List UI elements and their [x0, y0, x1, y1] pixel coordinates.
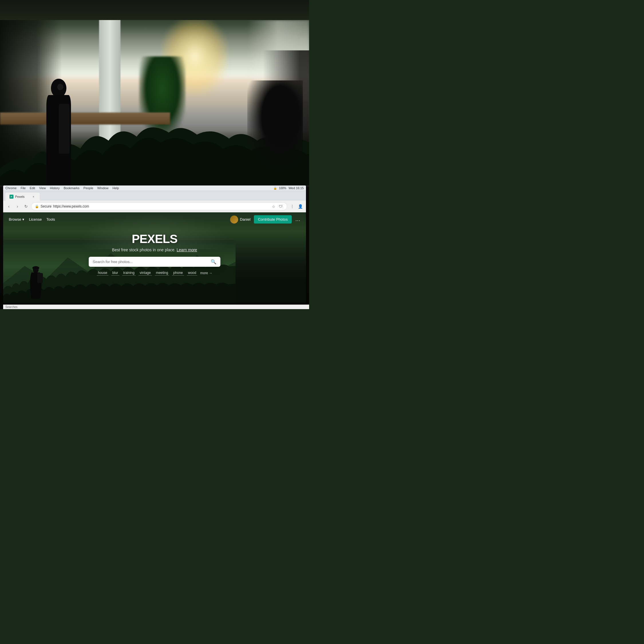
subtitle-text: Best free stock photos in one place. — [112, 248, 175, 252]
tab-favicon: P — [9, 195, 13, 199]
browser-tab-pexels[interactable]: P Pexels × — [5, 193, 40, 201]
tag-meeting[interactable]: meeting — [155, 270, 169, 276]
hero-subtitle: Best free stock photos in one place. Lea… — [112, 248, 197, 252]
search-input-row: 🔍 — [89, 257, 220, 267]
learn-more-link[interactable]: Learn more — [177, 248, 197, 252]
forward-button[interactable]: › — [14, 203, 21, 210]
tab-bar: P Pexels × — [3, 191, 306, 201]
browse-label: Browse — [9, 217, 21, 222]
license-button[interactable]: License — [29, 217, 42, 222]
contribute-photos-button[interactable]: Contribute Photos — [254, 215, 292, 224]
secure-lock-icon: 🔒 — [35, 205, 39, 208]
profile-icon[interactable]: 👤 — [297, 203, 304, 210]
more-options-button[interactable]: … — [295, 216, 300, 222]
address-bar-row: ‹ › ↻ 🔒 Secure https://www.pexels.com ☆ … — [3, 201, 306, 212]
user-name-label: Daniel — [240, 217, 250, 222]
browse-chevron-icon: ▾ — [22, 217, 24, 222]
bottom-bar: Searches — [3, 305, 309, 309]
user-avatar — [230, 216, 238, 224]
search-container: 🔍 — [89, 257, 220, 267]
browse-button[interactable]: Browse ▾ — [9, 217, 24, 222]
tag-phone[interactable]: phone — [172, 270, 184, 276]
menu-file[interactable]: File — [21, 186, 26, 190]
extensions-icon[interactable]: ⋮ — [289, 203, 296, 210]
battery-icon: 100% — [279, 187, 287, 190]
tag-training[interactable]: training — [122, 270, 136, 276]
status-text: Searches — [5, 305, 17, 309]
ceiling — [0, 0, 309, 20]
menu-help[interactable]: Help — [112, 186, 119, 190]
menu-view[interactable]: View — [39, 186, 46, 190]
menu-people[interactable]: People — [84, 186, 93, 190]
menu-bar: Chrome File Edit View History Bookmarks … — [3, 185, 306, 191]
search-tags: house blur training vintage meeting phon… — [97, 270, 212, 276]
shield-icon[interactable]: 🛡 — [278, 204, 283, 209]
toolbar-right: ⋮ 👤 — [289, 203, 304, 210]
menu-chrome[interactable]: Chrome — [5, 186, 17, 190]
pexels-logo: PEXELS — [132, 232, 177, 246]
pexels-nav-left: Browse ▾ License Tools — [9, 217, 55, 222]
pexels-hero: Browse ▾ License Tools Daniel Contribut — [3, 212, 306, 303]
tag-wood[interactable]: wood — [187, 270, 197, 276]
browser-window: Chrome File Edit View History Bookmarks … — [3, 185, 306, 303]
tools-button[interactable]: Tools — [46, 217, 55, 222]
menu-edit[interactable]: Edit — [30, 186, 35, 190]
address-right-icons: ☆ 🛡 — [271, 204, 283, 209]
menu-right-area: 🔒 100% Wed 16:15 — [273, 186, 304, 190]
hero-content: PEXELS Best free stock photos in one pla… — [3, 232, 306, 276]
tag-blur[interactable]: blur — [111, 270, 119, 276]
search-icon[interactable]: 🔍 — [211, 259, 216, 264]
url-display: https://www.pexels.com — [53, 204, 89, 208]
back-button[interactable]: ‹ — [5, 203, 12, 210]
address-field[interactable]: 🔒 Secure https://www.pexels.com ☆ 🛡 — [31, 202, 287, 210]
chair — [247, 80, 303, 171]
website-content: Browse ▾ License Tools Daniel Contribut — [3, 212, 306, 303]
secure-label: Secure — [41, 204, 52, 208]
tab-close-button[interactable]: × — [31, 194, 36, 199]
pexels-nav-right: Daniel Contribute Photos … — [230, 215, 300, 224]
user-profile-area[interactable]: Daniel — [230, 216, 250, 224]
person-silhouette — [43, 76, 74, 201]
wifi-icon: 🔒 — [273, 187, 277, 190]
tag-vintage[interactable]: vintage — [139, 270, 152, 276]
menu-window[interactable]: Window — [97, 186, 108, 190]
office-scene — [0, 0, 309, 201]
reload-button[interactable]: ↻ — [23, 203, 29, 210]
search-input[interactable] — [93, 260, 208, 264]
star-icon[interactable]: ☆ — [271, 204, 276, 209]
clock: Wed 16:15 — [289, 186, 304, 190]
tag-house[interactable]: house — [97, 270, 108, 276]
pexels-nav: Browse ▾ License Tools Daniel Contribut — [3, 212, 306, 226]
menu-history[interactable]: History — [50, 186, 60, 190]
tab-title: Pexels — [15, 195, 25, 198]
menu-bookmarks[interactable]: Bookmarks — [64, 186, 80, 190]
more-tags-link[interactable]: more → — [200, 271, 212, 275]
